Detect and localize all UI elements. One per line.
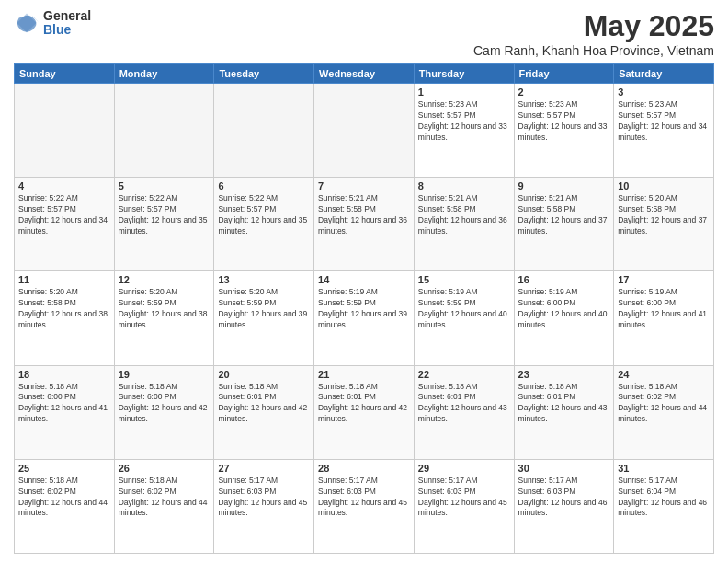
day-number: 24 <box>618 369 710 380</box>
day-cell: 18Sunrise: 5:18 AMSunset: 6:00 PMDayligh… <box>15 365 115 459</box>
day-number: 12 <box>119 274 210 285</box>
day-cell: 26Sunrise: 5:18 AMSunset: 6:02 PMDayligh… <box>114 459 214 553</box>
week-row-1: 1Sunrise: 5:23 AMSunset: 5:57 PMDaylight… <box>15 84 714 178</box>
day-cell: 20Sunrise: 5:18 AMSunset: 6:01 PMDayligh… <box>214 365 314 459</box>
day-cell <box>214 84 314 178</box>
day-info: Sunrise: 5:17 AMSunset: 6:03 PMDaylight:… <box>318 476 410 520</box>
day-info: Sunrise: 5:19 AMSunset: 6:00 PMDaylight:… <box>518 287 610 331</box>
day-info: Sunrise: 5:18 AMSunset: 6:02 PMDaylight:… <box>119 476 210 520</box>
day-cell <box>314 84 415 178</box>
day-cell: 7Sunrise: 5:21 AMSunset: 5:58 PMDaylight… <box>314 178 415 271</box>
day-cell <box>15 84 115 178</box>
day-info: Sunrise: 5:17 AMSunset: 6:03 PMDaylight:… <box>218 476 310 520</box>
day-info: Sunrise: 5:20 AMSunset: 5:59 PMDaylight:… <box>218 287 310 331</box>
day-header-thursday: Thursday <box>414 64 514 84</box>
day-cell: 28Sunrise: 5:17 AMSunset: 6:03 PMDayligh… <box>314 459 415 553</box>
day-number: 26 <box>119 463 210 474</box>
day-number: 15 <box>418 274 510 285</box>
month-title: May 2025 <box>473 9 714 43</box>
day-info: Sunrise: 5:22 AMSunset: 5:57 PMDaylight:… <box>218 193 310 237</box>
day-number: 8 <box>418 180 510 191</box>
day-info: Sunrise: 5:19 AMSunset: 6:00 PMDaylight:… <box>618 287 710 331</box>
day-number: 31 <box>618 463 710 474</box>
day-number: 28 <box>318 463 410 474</box>
logo-general-text: General <box>43 9 91 23</box>
day-header-monday: Monday <box>114 64 214 84</box>
day-cell: 12Sunrise: 5:20 AMSunset: 5:59 PMDayligh… <box>114 271 214 365</box>
day-number: 10 <box>618 180 710 191</box>
day-info: Sunrise: 5:20 AMSunset: 5:59 PMDaylight:… <box>119 287 210 331</box>
day-header-friday: Friday <box>514 64 614 84</box>
day-info: Sunrise: 5:21 AMSunset: 5:58 PMDaylight:… <box>518 193 610 237</box>
calendar-table: SundayMondayTuesdayWednesdayThursdayFrid… <box>14 63 714 554</box>
day-cell: 10Sunrise: 5:20 AMSunset: 5:58 PMDayligh… <box>614 178 714 271</box>
day-cell: 16Sunrise: 5:19 AMSunset: 6:00 PMDayligh… <box>514 271 614 365</box>
day-number: 14 <box>318 274 410 285</box>
day-info: Sunrise: 5:17 AMSunset: 6:04 PMDaylight:… <box>618 476 710 520</box>
day-number: 2 <box>518 86 610 98</box>
day-header-sunday: Sunday <box>15 64 115 84</box>
day-number: 6 <box>218 180 310 191</box>
day-info: Sunrise: 5:23 AMSunset: 5:57 PMDaylight:… <box>418 99 510 144</box>
day-number: 20 <box>218 369 310 380</box>
day-cell: 30Sunrise: 5:17 AMSunset: 6:03 PMDayligh… <box>514 459 614 553</box>
day-cell: 2Sunrise: 5:23 AMSunset: 5:57 PMDaylight… <box>514 84 614 178</box>
day-number: 3 <box>618 86 710 98</box>
day-info: Sunrise: 5:21 AMSunset: 5:58 PMDaylight:… <box>318 193 410 237</box>
day-info: Sunrise: 5:23 AMSunset: 5:57 PMDaylight:… <box>618 99 710 144</box>
logo-blue-text: Blue <box>43 23 91 37</box>
day-info: Sunrise: 5:18 AMSunset: 6:01 PMDaylight:… <box>318 382 410 426</box>
page: General Blue May 2025 Cam Ranh, Khanh Ho… <box>0 0 728 563</box>
day-info: Sunrise: 5:22 AMSunset: 5:57 PMDaylight:… <box>119 193 210 237</box>
logo-text: General Blue <box>43 9 91 38</box>
logo-icon <box>14 10 40 36</box>
day-info: Sunrise: 5:21 AMSunset: 5:58 PMDaylight:… <box>418 193 510 237</box>
day-info: Sunrise: 5:17 AMSunset: 6:03 PMDaylight:… <box>518 476 610 520</box>
day-number: 23 <box>518 369 610 380</box>
week-row-2: 4Sunrise: 5:22 AMSunset: 5:57 PMDaylight… <box>15 178 714 271</box>
day-cell: 25Sunrise: 5:18 AMSunset: 6:02 PMDayligh… <box>15 459 115 553</box>
day-cell: 22Sunrise: 5:18 AMSunset: 6:01 PMDayligh… <box>414 365 514 459</box>
day-cell <box>114 84 214 178</box>
day-header-tuesday: Tuesday <box>214 64 314 84</box>
day-number: 21 <box>318 369 410 380</box>
location-title: Cam Ranh, Khanh Hoa Province, Vietnam <box>473 43 714 58</box>
day-cell: 15Sunrise: 5:19 AMSunset: 5:59 PMDayligh… <box>414 271 514 365</box>
day-info: Sunrise: 5:20 AMSunset: 5:58 PMDaylight:… <box>618 193 710 237</box>
day-number: 1 <box>418 86 510 98</box>
day-cell: 17Sunrise: 5:19 AMSunset: 6:00 PMDayligh… <box>614 271 714 365</box>
day-cell: 14Sunrise: 5:19 AMSunset: 5:59 PMDayligh… <box>314 271 415 365</box>
day-info: Sunrise: 5:18 AMSunset: 6:02 PMDaylight:… <box>618 382 710 426</box>
day-info: Sunrise: 5:18 AMSunset: 6:00 PMDaylight:… <box>18 382 110 426</box>
day-info: Sunrise: 5:19 AMSunset: 5:59 PMDaylight:… <box>318 287 410 331</box>
day-number: 29 <box>418 463 510 474</box>
day-number: 7 <box>318 180 410 191</box>
day-cell: 9Sunrise: 5:21 AMSunset: 5:58 PMDaylight… <box>514 178 614 271</box>
day-number: 5 <box>119 180 210 191</box>
day-cell: 4Sunrise: 5:22 AMSunset: 5:57 PMDaylight… <box>15 178 115 271</box>
day-cell: 29Sunrise: 5:17 AMSunset: 6:03 PMDayligh… <box>414 459 514 553</box>
day-cell: 31Sunrise: 5:17 AMSunset: 6:04 PMDayligh… <box>614 459 714 553</box>
day-number: 16 <box>518 274 610 285</box>
day-info: Sunrise: 5:18 AMSunset: 6:01 PMDaylight:… <box>418 382 510 426</box>
day-number: 25 <box>18 463 110 474</box>
day-header-wednesday: Wednesday <box>314 64 415 84</box>
week-row-5: 25Sunrise: 5:18 AMSunset: 6:02 PMDayligh… <box>15 459 714 553</box>
day-number: 4 <box>18 180 110 191</box>
day-info: Sunrise: 5:18 AMSunset: 6:02 PMDaylight:… <box>18 476 110 520</box>
day-cell: 21Sunrise: 5:18 AMSunset: 6:01 PMDayligh… <box>314 365 415 459</box>
day-header-saturday: Saturday <box>614 64 714 84</box>
day-info: Sunrise: 5:22 AMSunset: 5:57 PMDaylight:… <box>18 193 110 237</box>
day-cell: 13Sunrise: 5:20 AMSunset: 5:59 PMDayligh… <box>214 271 314 365</box>
day-info: Sunrise: 5:18 AMSunset: 6:01 PMDaylight:… <box>218 382 310 426</box>
day-info: Sunrise: 5:18 AMSunset: 6:01 PMDaylight:… <box>518 382 610 426</box>
day-info: Sunrise: 5:17 AMSunset: 6:03 PMDaylight:… <box>418 476 510 520</box>
day-cell: 19Sunrise: 5:18 AMSunset: 6:00 PMDayligh… <box>114 365 214 459</box>
week-row-4: 18Sunrise: 5:18 AMSunset: 6:00 PMDayligh… <box>15 365 714 459</box>
header-row: SundayMondayTuesdayWednesdayThursdayFrid… <box>15 64 714 84</box>
header: General Blue May 2025 Cam Ranh, Khanh Ho… <box>14 9 714 58</box>
day-info: Sunrise: 5:20 AMSunset: 5:58 PMDaylight:… <box>18 287 110 331</box>
day-cell: 11Sunrise: 5:20 AMSunset: 5:58 PMDayligh… <box>15 271 115 365</box>
day-number: 19 <box>119 369 210 380</box>
day-info: Sunrise: 5:19 AMSunset: 5:59 PMDaylight:… <box>418 287 510 331</box>
